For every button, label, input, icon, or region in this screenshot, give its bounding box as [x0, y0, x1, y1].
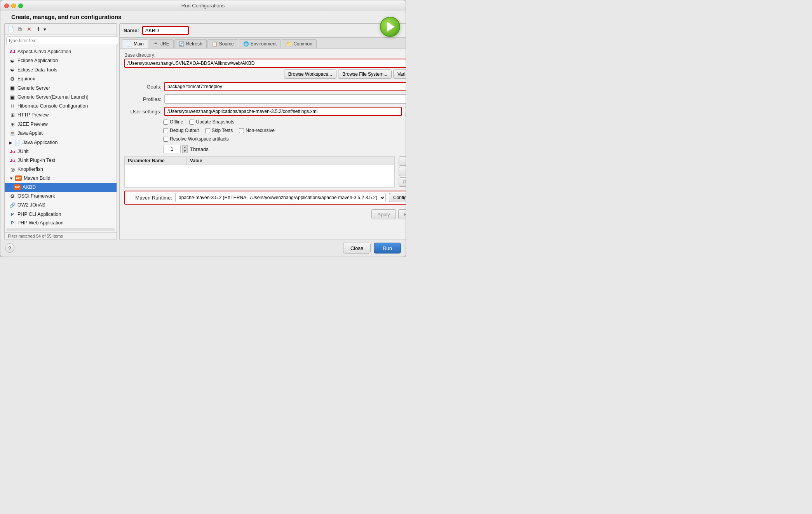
- resolve-workspace-checkbox-label[interactable]: Resolve Workspace artifacts: [163, 136, 229, 142]
- spinner-down-arrow[interactable]: ▼: [182, 149, 188, 153]
- skip-tests-checkbox[interactable]: [205, 128, 210, 133]
- eclipse-data-icon: ☯: [9, 66, 16, 74]
- tab-main[interactable]: 📄 Main: [122, 39, 148, 48]
- j2ee-icon: ⊞: [9, 121, 16, 128]
- browse-filesystem-button[interactable]: Browse File System...: [338, 69, 392, 79]
- tree-item-java-app[interactable]: ▶ 📄 Java Application: [5, 138, 117, 148]
- debug-output-checkbox[interactable]: [163, 128, 168, 133]
- close-traffic-light[interactable]: [4, 3, 9, 8]
- update-snapshots-checkbox-label[interactable]: Update Snapshots: [189, 119, 234, 125]
- tree-item-knopflerfish[interactable]: ◎ Knopflerfish: [5, 165, 117, 174]
- tree-item-php-cli[interactable]: P PHP CLI Application: [5, 210, 117, 219]
- tree-item-label: J2EE Preview: [17, 121, 48, 128]
- tree-item-hibernate[interactable]: H Hibernate Console Configuration: [5, 102, 117, 111]
- file-button[interactable]: File...: [405, 107, 406, 116]
- duplicate-config-button[interactable]: ⧉: [16, 25, 24, 33]
- non-recursive-checkbox[interactable]: [239, 128, 244, 133]
- skip-tests-checkbox-label[interactable]: Skip Tests: [205, 128, 233, 133]
- spinner-up-arrow[interactable]: ▲: [182, 145, 188, 149]
- tree-item-aspectj[interactable]: AJ AspectJ/Java Application: [5, 47, 117, 56]
- tab-jre[interactable]: ☕ JRE: [149, 39, 174, 48]
- name-label: Name:: [124, 28, 139, 33]
- ow2-icon: 🔗: [9, 201, 16, 209]
- user-settings-input[interactable]: [164, 107, 402, 116]
- run-button[interactable]: Run: [374, 243, 401, 254]
- left-panel: 📄 ⧉ ✕ ⬆ ▾ AJ AspectJ/Java Applicat: [4, 23, 117, 240]
- tree-item-label: AspectJ/Java Application: [17, 48, 71, 56]
- update-snapshots-checkbox[interactable]: [189, 120, 194, 125]
- debug-output-checkbox-label[interactable]: Debug Output: [163, 128, 199, 133]
- delete-config-button[interactable]: ✕: [25, 25, 33, 33]
- tabs-bar: 📄 Main ☕ JRE 🔄 Refresh 📋 Source 🌐: [120, 38, 406, 49]
- tree-item-java-applet[interactable]: ☕ Java Applet: [5, 129, 117, 138]
- window-title: Run Configurations: [181, 3, 225, 9]
- tree-item-j2ee[interactable]: ⊞ J2EE Preview: [5, 120, 117, 129]
- tree-item-junit-plugin[interactable]: Ju JUnit Plug-in Test: [5, 156, 117, 165]
- tree-item-ow2-jonas[interactable]: 🔗 OW2 JOnAS: [5, 201, 117, 210]
- tab-jre-label: JRE: [160, 41, 169, 47]
- java-app-icon: 📄: [14, 139, 21, 147]
- base-dir-input[interactable]: [124, 59, 406, 68]
- tree-item-generic-server[interactable]: ▣ Generic Server: [5, 83, 117, 93]
- tree-item-label: JUnit Plug-in Test: [17, 157, 55, 164]
- profiles-row: Profiles:: [124, 94, 406, 104]
- non-recursive-checkbox-label[interactable]: Non-recursive: [239, 128, 275, 133]
- help-button[interactable]: ?: [5, 243, 14, 253]
- footer-right: Close Run: [343, 243, 401, 254]
- offline-checkbox[interactable]: [163, 120, 168, 125]
- param-name-header: Parameter Name: [125, 157, 187, 165]
- threads-input[interactable]: [163, 145, 181, 153]
- tree-item-osgi[interactable]: ⚙ OSGi Framework: [5, 192, 117, 201]
- maven-build-expand-icon: ▼: [9, 175, 13, 181]
- maven-configure-button[interactable]: Configure...: [389, 193, 406, 202]
- tab-source[interactable]: 📋 Source: [207, 39, 238, 48]
- tab-refresh[interactable]: 🔄 Refresh: [174, 39, 207, 48]
- browse-workspace-button[interactable]: Browse Workspace...: [284, 69, 336, 79]
- tree-item-label: Java Applet: [17, 130, 43, 137]
- apply-button[interactable]: Apply: [371, 209, 396, 219]
- tree-item-http-preview[interactable]: ⊞ HTTP Preview: [5, 111, 117, 120]
- tab-common[interactable]: 📁 Common: [282, 39, 317, 48]
- tree-item-generic-server-ext[interactable]: ▣ Generic Server(External Launch): [5, 93, 117, 102]
- tree-item-eclipse-data[interactable]: ☯ Eclipse Data Tools: [5, 65, 117, 75]
- tree-item-maven-build[interactable]: ▼ m2 Maven Build: [5, 174, 117, 183]
- resolve-workspace-checkbox[interactable]: [163, 137, 168, 142]
- close-button[interactable]: Close: [343, 243, 371, 254]
- variables-button[interactable]: Variables...: [393, 69, 406, 79]
- checkboxes-row1: Offline Update Snapshots: [124, 119, 406, 125]
- profiles-input[interactable]: [164, 94, 406, 104]
- tree-item-php-web[interactable]: P PHP Web Application: [5, 219, 117, 227]
- tree-item-akbd[interactable]: m2 AKBD: [5, 183, 117, 192]
- new-config-button[interactable]: 📄: [6, 25, 15, 33]
- tree-item-eclipse-app[interactable]: ☯ Eclipse Application: [5, 56, 117, 66]
- name-input[interactable]: [142, 26, 189, 35]
- edit-param-button[interactable]: Edit...: [399, 167, 406, 176]
- tab-environment-icon: 🌐: [243, 41, 249, 47]
- run-configurations-window: Run Configurations Create, manage, and r…: [0, 0, 406, 257]
- tree-item-label: Eclipse Application: [17, 57, 58, 64]
- run-big-button[interactable]: [380, 17, 400, 37]
- tree-item-label: Equinox: [17, 75, 35, 83]
- maven-runtime-select[interactable]: apache-maven-3.5.2 (EXTERNAL /Users/youw…: [175, 193, 386, 202]
- knopflerfish-icon: ◎: [9, 166, 16, 174]
- tree-item-equinox[interactable]: ⚙ Equinox: [5, 75, 117, 84]
- filter-status: Filter matched 54 of 55 items: [5, 232, 117, 240]
- offline-label: Offline: [170, 119, 183, 125]
- skip-tests-label: Skip Tests: [212, 128, 233, 133]
- add-param-button[interactable]: Add...: [399, 156, 406, 166]
- filter-input[interactable]: [6, 36, 118, 45]
- base-dir-label: Base directory:: [124, 52, 406, 58]
- minimize-traffic-light[interactable]: [11, 3, 16, 8]
- tab-source-label: Source: [219, 41, 234, 47]
- tree-item-junit[interactable]: Ju JUnit: [5, 147, 117, 156]
- tree-item-label: Generic Server: [17, 85, 50, 92]
- export-config-button[interactable]: ⬆: [34, 25, 43, 33]
- revert-button[interactable]: Revert: [398, 209, 406, 219]
- offline-checkbox-label[interactable]: Offline: [163, 119, 183, 125]
- akbd-icon: m2: [14, 184, 21, 190]
- remove-param-button[interactable]: Remove: [399, 177, 406, 187]
- maximize-traffic-light[interactable]: [18, 3, 23, 8]
- goals-input[interactable]: [164, 82, 406, 91]
- tab-environment[interactable]: 🌐 Environment: [239, 39, 281, 48]
- tree-item-label: JUnit: [17, 148, 28, 155]
